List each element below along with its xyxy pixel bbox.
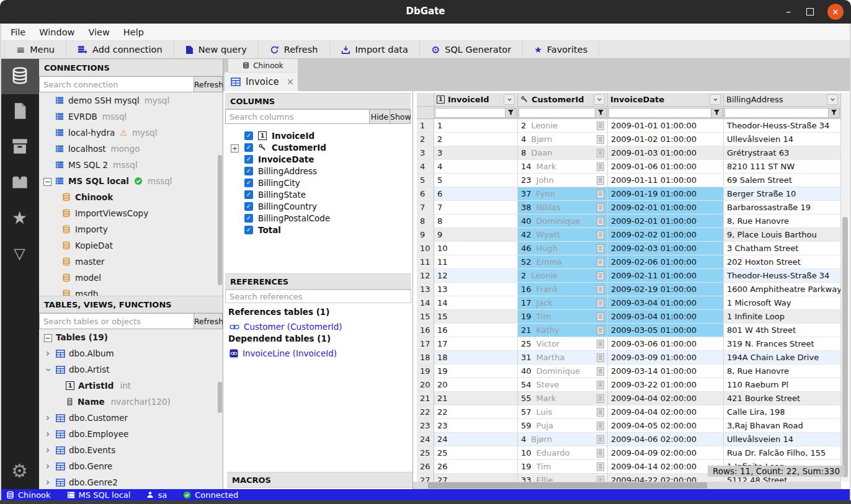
open-reference-icon[interactable]	[597, 244, 604, 253]
customerid-cell[interactable]: 40 Dominique	[518, 214, 608, 228]
connections-scrollbar-thumb[interactable]	[218, 155, 222, 285]
database-item[interactable]: ImportViewsCopy	[39, 205, 223, 221]
row-number-cell[interactable]: 23	[417, 419, 434, 433]
column-checkbox-row[interactable]: + ✓ CustomerId	[223, 141, 412, 153]
invoiceid-cell[interactable]: 4	[434, 160, 518, 174]
invoicedate-cell[interactable]: 2009-04-22 02:00:00	[608, 474, 724, 482]
column-checkbox-row[interactable]: ✓ 1 InvoiceId	[223, 130, 412, 141]
invoicedate-cell[interactable]: 2009-02-01 01:00:00	[608, 214, 724, 228]
customerid-cell[interactable]: 59 Puja	[518, 419, 608, 433]
column-checkbox-row[interactable]: ✓ BillingAddress	[223, 165, 412, 177]
open-reference-icon[interactable]	[597, 231, 604, 239]
invoicedate-cell[interactable]: 2009-01-11 01:00:00	[608, 174, 724, 187]
grid-vertical-scrollbar[interactable]	[841, 93, 849, 482]
column-checkbox[interactable]: ✓	[244, 167, 253, 175]
open-reference-icon[interactable]	[597, 190, 604, 198]
column-checkbox[interactable]: ✓	[244, 226, 253, 234]
customerid-cell[interactable]: 2 Leonie	[518, 119, 608, 133]
invoiceid-cell[interactable]: 1	[434, 119, 518, 133]
import-data-button[interactable]: Import data	[330, 41, 420, 58]
invoicedate-cell[interactable]: 2009-03-04 01:00:00	[608, 310, 724, 324]
billingaddress-cell[interactable]: Berger Straße 10	[724, 187, 841, 201]
billingaddress-cell[interactable]: Rua Dr. Falcão Filho, 155	[724, 446, 841, 460]
invoiceid-cell[interactable]: 7	[434, 201, 518, 214]
open-reference-icon[interactable]	[597, 258, 604, 267]
invoiceid-cell[interactable]: 6	[434, 187, 518, 201]
billingaddress-cell[interactable]: Calle Lira, 198	[724, 405, 841, 419]
invoicedate-cell[interactable]: 2009-04-04 02:00:00	[608, 405, 724, 419]
invoicedate-cell[interactable]: 2009-04-05 02:00:00	[608, 419, 724, 433]
rail-cell-data-item[interactable]	[0, 165, 39, 200]
collapse-expander-icon[interactable]: −	[44, 334, 52, 342]
row-number-cell[interactable]: 10	[417, 242, 434, 255]
column-checkbox-row[interactable]: ✓ BillingCountry	[223, 200, 412, 212]
row-number-cell[interactable]: 6	[417, 187, 434, 201]
new-query-button[interactable]: New query	[174, 41, 259, 58]
billingaddress-cell[interactable]: 319 N. Frances Street	[724, 337, 841, 351]
invoiceid-cell[interactable]: 15	[434, 310, 518, 324]
customerid-cell[interactable]: 46 Hugh	[518, 242, 608, 255]
invoicedate-cell[interactable]: 2009-02-03 01:00:00	[608, 242, 724, 255]
reference-link-customer[interactable]: Customer (CustomerId)	[228, 320, 408, 334]
row-number-cell[interactable]: 17	[417, 337, 434, 351]
tree-node[interactable]: › dbo.Events	[39, 442, 223, 458]
open-reference-icon[interactable]	[597, 285, 604, 294]
filter-funnel-icon[interactable]	[506, 108, 517, 118]
open-reference-icon[interactable]	[597, 408, 604, 417]
customerid-cell[interactable]: 16 Frank	[518, 283, 608, 296]
billingaddress-cell[interactable]: 194A Chain Lake Drive	[724, 351, 841, 365]
rail-archive-item[interactable]	[0, 130, 39, 165]
billingaddress-cell[interactable]: Grétrystraat 63	[724, 146, 841, 160]
tables-search-input[interactable]	[39, 313, 194, 329]
tree-node[interactable]: 1 ArtistId int	[39, 378, 223, 394]
column-checkbox-row[interactable]: ✓ BillingCity	[223, 177, 412, 188]
customerid-cell[interactable]: 38 Niklas	[518, 201, 608, 214]
chevron-down-icon[interactable]: ›	[43, 368, 53, 372]
chevron-right-icon[interactable]: ›	[46, 462, 50, 471]
customerid-cell[interactable]: 54 Steve	[518, 378, 608, 392]
invoiceid-cell[interactable]: 25	[434, 446, 518, 460]
invoiceid-cell[interactable]: 21	[434, 392, 518, 405]
invoiceid-cell[interactable]: 22	[434, 405, 518, 419]
hide-button[interactable]: Hide	[370, 109, 390, 124]
connections-refresh-button[interactable]: Refresh	[194, 76, 223, 92]
rail-files-item[interactable]	[0, 94, 39, 130]
open-reference-icon[interactable]	[597, 394, 604, 403]
collapse-expander-icon[interactable]: −	[43, 178, 51, 186]
column-menu-chevron-icon[interactable]	[827, 94, 838, 105]
invoicedate-cell[interactable]: 2009-03-05 01:00:00	[608, 324, 724, 337]
column-menu-chevron-icon[interactable]	[710, 94, 721, 105]
column-menu-chevron-icon[interactable]	[594, 94, 605, 105]
tab-group-chinook[interactable]: Chinook	[228, 59, 298, 72]
billingaddress-cell[interactable]: Barbarossastraße 19	[724, 201, 841, 214]
invoiceid-cell[interactable]: 13	[434, 283, 518, 296]
tree-node[interactable]: › dbo.Album	[39, 345, 223, 361]
tree-node[interactable]: › dbo.Genre2	[39, 474, 223, 489]
customerid-cell[interactable]: 23 John	[518, 174, 608, 187]
invoiceid-cell[interactable]: 8	[434, 214, 518, 228]
tree-node[interactable]: › dbo.Genre	[39, 458, 223, 474]
row-number-cell[interactable]: 14	[417, 296, 434, 310]
invoiceid-cell[interactable]: 19	[434, 365, 518, 378]
open-reference-icon[interactable]	[597, 203, 604, 212]
connection-item[interactable]: local-hydra ⚠ mysql	[39, 125, 223, 141]
customerid-cell[interactable]: 4 Bjørn	[518, 133, 608, 146]
customerid-cell[interactable]: 19 Tim	[518, 310, 608, 324]
column-menu-chevron-icon[interactable]	[504, 94, 515, 105]
invoicedate-cell[interactable]: 2009-03-04 01:00:00	[608, 296, 724, 310]
billingaddress-cell[interactable]: Theodor-Heuss-Straße 34	[724, 119, 841, 133]
open-reference-icon[interactable]	[597, 312, 604, 321]
column-header-invoiceid[interactable]: 1 InvoiceId	[434, 93, 518, 107]
invoicedate-cell[interactable]: 2009-01-02 01:00:00	[608, 133, 724, 146]
invoicedate-cell[interactable]: 2009-03-06 01:00:00	[608, 337, 724, 351]
open-reference-icon[interactable]	[597, 217, 604, 226]
column-checkbox[interactable]: ✓	[244, 131, 253, 140]
column-checkbox-row[interactable]: ✓ BillingPostalCode	[223, 212, 412, 224]
row-number-cell[interactable]: 1	[417, 119, 434, 133]
open-reference-icon[interactable]	[597, 435, 604, 444]
invoiceid-cell[interactable]: 26	[434, 460, 518, 474]
open-reference-icon[interactable]	[597, 462, 604, 471]
chevron-right-icon[interactable]: ›	[46, 349, 50, 358]
column-checkbox[interactable]: ✓	[244, 143, 253, 152]
customerid-cell[interactable]: 10 Eduardo	[518, 446, 608, 460]
